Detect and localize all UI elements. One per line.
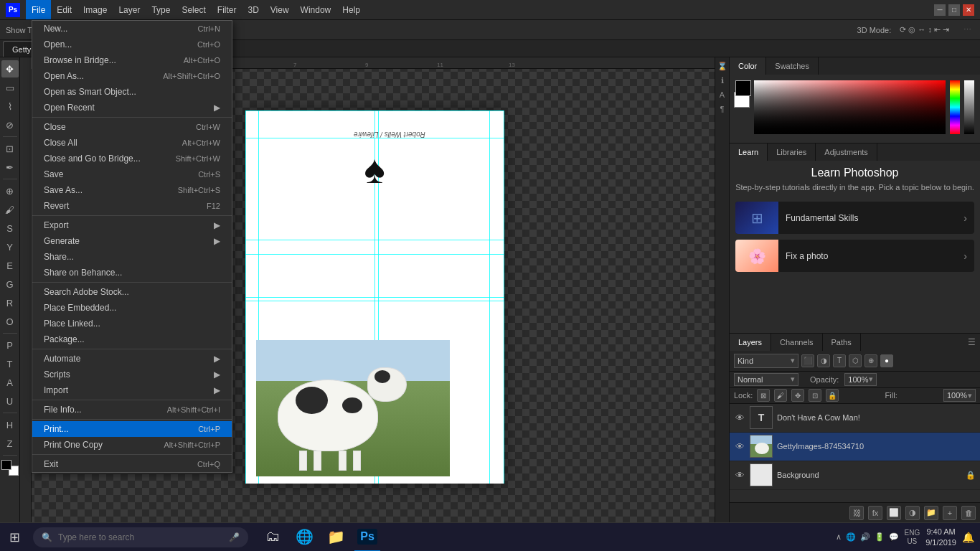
foreground-color-swatch[interactable] xyxy=(1,460,11,470)
search-input[interactable] xyxy=(58,532,223,542)
notification-icon[interactable]: 💬 xyxy=(889,532,899,542)
swatches-tab[interactable]: Swatches xyxy=(766,57,819,75)
color-alpha-slider[interactable] xyxy=(964,80,974,134)
quick-select-tool[interactable]: ⊘ xyxy=(1,116,19,133)
menu-import[interactable]: Import ▶ xyxy=(32,382,232,398)
menu-scripts[interactable]: Scripts ▶ xyxy=(32,367,232,382)
menu-place-linked[interactable]: Place Linked... xyxy=(32,316,232,331)
menu-print-one-copy[interactable]: Print One Copy Alt+Shift+Ctrl+P xyxy=(32,437,232,453)
history-brush-tool[interactable]: Y xyxy=(1,238,19,255)
rectangle-select-tool[interactable]: ▭ xyxy=(1,79,19,96)
menu-open-smart[interactable]: Open as Smart Object... xyxy=(32,84,232,100)
fix-photo-card[interactable]: 🌸 Fix a photo › xyxy=(735,240,974,272)
more-options-icon[interactable]: ⋯ xyxy=(963,25,971,34)
new-fill-button[interactable]: ◑ xyxy=(905,506,920,520)
paragraph-icon[interactable]: ¶ xyxy=(717,103,728,115)
dodge-tool[interactable]: O xyxy=(1,313,19,330)
add-style-button[interactable]: fx xyxy=(868,506,882,520)
menu-window[interactable]: Window xyxy=(295,0,337,19)
menu-new[interactable]: New... Ctrl+N xyxy=(32,21,232,37)
maximize-button[interactable]: □ xyxy=(948,4,960,16)
menu-revert[interactable]: Revert F12 xyxy=(32,198,232,214)
channels-tab[interactable]: Channels xyxy=(771,334,822,351)
blur-tool[interactable]: R xyxy=(1,294,19,311)
menu-help[interactable]: Help xyxy=(336,0,366,19)
menu-edit[interactable]: Edit xyxy=(51,0,77,19)
menu-file[interactable]: File xyxy=(26,0,51,19)
menu-export[interactable]: Export ▶ xyxy=(32,217,232,233)
kind-filter-select[interactable]: Kind ▾ xyxy=(734,354,798,368)
path-select-tool[interactable]: A xyxy=(1,374,19,391)
color-tab[interactable]: Color xyxy=(730,57,766,75)
link-layers-button[interactable]: ⛓ xyxy=(849,506,864,520)
menu-open-as[interactable]: Open As... Alt+Shift+Ctrl+O xyxy=(32,68,232,84)
lock-pixels-icon[interactable]: 🖌 xyxy=(774,389,787,402)
type-tool[interactable]: T xyxy=(1,355,19,372)
menu-close-bridge[interactable]: Close and Go to Bridge... Shift+Ctrl+W xyxy=(32,151,232,166)
hand-tool[interactable]: H xyxy=(1,416,19,433)
time-date-display[interactable]: 9:40 AM 9/1/2019 xyxy=(925,527,956,547)
taskbar-app-chrome[interactable]: 🌐 xyxy=(291,523,317,552)
layers-menu-icon[interactable]: ☰ xyxy=(968,337,976,347)
eraser-tool[interactable]: E xyxy=(1,257,19,274)
lock-artboard-icon[interactable]: ⊡ xyxy=(809,389,821,402)
foreground-background-colors[interactable] xyxy=(1,460,19,476)
pixel-filter-icon[interactable]: ⬛ xyxy=(801,354,814,367)
microphone-icon[interactable]: 🎤 xyxy=(229,532,240,542)
zoom-tool[interactable]: Z xyxy=(1,435,19,452)
taskbar-app-photoshop[interactable]: Ps xyxy=(354,523,380,552)
blend-mode-select[interactable]: Normal ▾ xyxy=(734,373,798,386)
minimize-button[interactable]: ─ xyxy=(934,4,946,16)
color-gradient[interactable] xyxy=(754,80,946,134)
layers-tab[interactable]: Layers xyxy=(730,334,771,351)
taskbar-app-explorer[interactable]: 🗂 xyxy=(260,523,286,552)
menu-save[interactable]: Save Ctrl+S xyxy=(32,166,232,182)
lock-transparent-icon[interactable]: ⊠ xyxy=(757,389,770,402)
fundamental-skills-card[interactable]: ⊞ Fundamental Skills › xyxy=(735,202,974,234)
gradient-tool[interactable]: G xyxy=(1,276,19,293)
new-group-button[interactable]: 📁 xyxy=(924,506,938,520)
notifications-button[interactable]: 🔔 xyxy=(962,532,974,543)
new-layer-button[interactable]: + xyxy=(943,506,957,520)
eyedropper-tool[interactable]: ✒ xyxy=(1,159,19,176)
paths-tab[interactable]: Paths xyxy=(823,334,861,351)
adjustment-filter-icon[interactable]: ◑ xyxy=(817,354,830,367)
healing-tool[interactable]: ⊕ xyxy=(1,182,19,199)
layer-item-background[interactable]: 👁 Background 🔒 xyxy=(730,461,980,490)
layer-item-image[interactable]: 👁 GettyImages-874534710 xyxy=(730,433,980,461)
menu-select[interactable]: Select xyxy=(176,0,211,19)
tray-chevron-icon[interactable]: ∧ xyxy=(836,532,842,542)
menu-search-stock[interactable]: Search Adobe Stock... xyxy=(32,284,232,300)
shape-filter-icon[interactable]: ⬡ xyxy=(849,354,862,367)
menu-type[interactable]: Type xyxy=(146,0,176,19)
text-filter-icon[interactable]: T xyxy=(833,354,846,367)
add-mask-button[interactable]: ⬜ xyxy=(887,506,901,520)
fill-input[interactable]: 100% ▾ xyxy=(943,389,976,402)
clone-stamp-tool[interactable]: S xyxy=(1,220,19,237)
delete-layer-button[interactable]: 🗑 xyxy=(961,506,976,520)
layer-visibility-image[interactable]: 👁 xyxy=(734,441,745,452)
properties-icon[interactable]: ℹ xyxy=(717,75,728,86)
menu-share-behance[interactable]: Share on Behance... xyxy=(32,265,232,281)
opacity-input[interactable]: 100% ▾ xyxy=(844,373,877,386)
menu-open-recent[interactable]: Open Recent ▶ xyxy=(32,100,232,116)
start-button[interactable]: ⊞ xyxy=(0,523,29,552)
menu-print[interactable]: Print... Ctrl+P xyxy=(32,421,232,437)
menu-save-as[interactable]: Save As... Shift+Ctrl+S xyxy=(32,182,232,198)
network-icon[interactable]: 🌐 xyxy=(846,532,856,542)
menu-view[interactable]: View xyxy=(265,0,295,19)
close-button[interactable]: ✕ xyxy=(963,4,974,16)
lasso-tool[interactable]: ⌇ xyxy=(1,98,19,115)
smart-filter-icon[interactable]: ⊕ xyxy=(864,354,877,367)
menu-file-info[interactable]: File Info... Alt+Shift+Ctrl+I xyxy=(32,402,232,418)
menu-package[interactable]: Package... xyxy=(32,331,232,347)
menu-3d[interactable]: 3D xyxy=(242,0,264,19)
lock-all-icon[interactable]: 🔒 xyxy=(826,389,839,402)
menu-close-all[interactable]: Close All Alt+Ctrl+W xyxy=(32,135,232,151)
menu-open[interactable]: Open... Ctrl+O xyxy=(32,37,232,52)
layer-visibility-background[interactable]: 👁 xyxy=(734,470,745,481)
move-tool[interactable]: ✥ xyxy=(1,60,19,77)
menu-automate[interactable]: Automate ▶ xyxy=(32,351,232,367)
taskbar-search-bar[interactable]: 🔍 🎤 xyxy=(33,527,248,547)
libraries-tab[interactable]: Libraries xyxy=(768,143,816,161)
